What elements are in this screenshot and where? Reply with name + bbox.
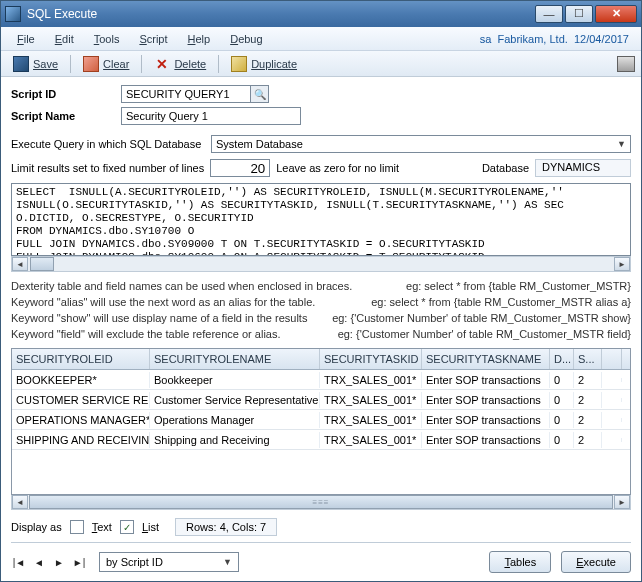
menu-script[interactable]: Script: [129, 30, 177, 48]
row-col-status: Rows: 4, Cols: 7: [175, 518, 277, 536]
display-list-checkbox[interactable]: ✓: [120, 520, 134, 534]
table-cell: OPERATIONS MANAGER*: [12, 412, 150, 428]
display-text-label: Text: [92, 521, 112, 533]
table-row[interactable]: BOOKKEEPER*BookkeeperTRX_SALES_001*Enter…: [12, 370, 630, 390]
x-icon: ✕: [154, 56, 170, 72]
execute-button[interactable]: Execute: [561, 551, 631, 573]
table-row[interactable]: SHIPPING AND RECEIVING*Shipping and Rece…: [12, 430, 630, 450]
display-row: Display as Text ✓ List Rows: 4, Cols: 7: [1, 510, 641, 540]
nav-prev-button[interactable]: ◄: [31, 554, 47, 570]
clear-button[interactable]: Clear: [77, 54, 135, 74]
col-header[interactable]: SECURITYTASKID: [320, 349, 422, 369]
menu-tools[interactable]: Tools: [84, 30, 130, 48]
scroll-right-arrow[interactable]: ►: [614, 257, 630, 271]
grid-h-scrollbar[interactable]: ◄ ≡≡≡ ►: [11, 495, 631, 510]
nav-row: |◄ ◄ ► ►| by Script ID ▼ Tables Execute: [1, 545, 641, 581]
divider: [11, 542, 631, 543]
scroll-thumb[interactable]: [30, 257, 54, 271]
chevron-down-icon: ▼: [617, 139, 626, 149]
company-name: Fabrikam, Ltd.: [498, 33, 568, 45]
save-button[interactable]: Save: [7, 54, 64, 74]
disk-icon: [13, 56, 29, 72]
hint-text: Keyword "field" will exclude the table r…: [11, 328, 281, 340]
form-area: Script ID 🔍 Script Name: [1, 77, 641, 131]
menubar: File Edit Tools Script Help Debug sa Fab…: [1, 27, 641, 51]
tables-button[interactable]: Tables: [489, 551, 551, 573]
col-header[interactable]: SECURITYROLENAME: [150, 349, 320, 369]
sort-select[interactable]: by Script ID ▼: [99, 552, 239, 572]
nav-first-button[interactable]: |◄: [11, 554, 27, 570]
table-cell: 0: [550, 372, 574, 388]
scroll-left-arrow[interactable]: ◄: [12, 495, 28, 509]
table-cell: SHIPPING AND RECEIVING*: [12, 432, 150, 448]
sql-textarea[interactable]: SELECT ISNULL(A.SECURITYROLEID,'') AS SE…: [11, 183, 631, 256]
table-cell: TRX_SALES_001*: [320, 412, 422, 428]
table-row[interactable]: CUSTOMER SERVICE REP*Customer Service Re…: [12, 390, 630, 410]
print-icon[interactable]: [617, 56, 635, 72]
col-header[interactable]: D...: [550, 349, 574, 369]
table-cell: Enter SOP transactions: [422, 372, 550, 388]
nav-last-button[interactable]: ►|: [71, 554, 87, 570]
menu-file[interactable]: File: [7, 30, 45, 48]
table-cell: Bookkeeper: [150, 372, 320, 388]
menu-edit[interactable]: Edit: [45, 30, 84, 48]
hint-example: eg: select * from {table RM_Customer_MST…: [406, 280, 631, 292]
close-button[interactable]: ✕: [595, 5, 637, 23]
sql-execute-window: SQL Execute — ☐ ✕ File Edit Tools Script…: [0, 0, 642, 582]
maximize-button[interactable]: ☐: [565, 5, 593, 23]
display-list-label: List: [142, 521, 159, 533]
table-cell: 0: [550, 412, 574, 428]
database-select-row: Execute Query in which SQL Database Syst…: [1, 131, 641, 157]
table-cell: 2: [574, 412, 602, 428]
table-cell: 0: [550, 392, 574, 408]
scroll-left-arrow[interactable]: ◄: [12, 257, 28, 271]
database-label: Database: [482, 162, 529, 174]
delete-button[interactable]: ✕ Delete: [148, 54, 212, 74]
script-name-input[interactable]: [121, 107, 301, 125]
database-select[interactable]: System Database ▼: [211, 135, 631, 153]
table-cell: Enter SOP transactions: [422, 392, 550, 408]
display-as-label: Display as: [11, 521, 62, 533]
user-info: sa Fabrikam, Ltd. 12/04/2017: [480, 33, 635, 45]
titlebar[interactable]: SQL Execute — ☐ ✕: [1, 1, 641, 27]
script-id-lookup-button[interactable]: 🔍: [251, 85, 269, 103]
duplicate-icon: [231, 56, 247, 72]
menu-debug[interactable]: Debug: [220, 30, 272, 48]
app-icon: [5, 6, 21, 22]
limit-row: Limit results set to fixed number of lin…: [1, 157, 641, 183]
hint-text: Keyword "show" will use display name of …: [11, 312, 307, 324]
table-row[interactable]: OPERATIONS MANAGER*Operations ManagerTRX…: [12, 410, 630, 430]
toolbar: Save Clear ✕ Delete Duplicate: [1, 51, 641, 77]
table-cell: TRX_SALES_001*: [320, 432, 422, 448]
duplicate-button[interactable]: Duplicate: [225, 54, 303, 74]
scroll-right-arrow[interactable]: ►: [614, 495, 630, 509]
chevron-down-icon: ▼: [223, 557, 232, 567]
nav-next-button[interactable]: ►: [51, 554, 67, 570]
minimize-button[interactable]: —: [535, 5, 563, 23]
table-cell: 0: [550, 432, 574, 448]
table-cell: Shipping and Receiving: [150, 432, 320, 448]
hint-text: Dexterity table and field names can be u…: [11, 280, 352, 292]
limit-zero-label: Leave as zero for no limit: [276, 162, 399, 174]
toolbar-separator: [218, 55, 219, 73]
limit-input[interactable]: [210, 159, 270, 177]
hint-text: Keyword "alias" will use the next word a…: [11, 296, 315, 308]
scroll-thumb[interactable]: ≡≡≡: [29, 495, 613, 509]
script-id-input[interactable]: [121, 85, 251, 103]
sql-h-scrollbar[interactable]: ◄ ►: [11, 256, 631, 272]
menu-help[interactable]: Help: [178, 30, 221, 48]
grid-empty-area: [12, 450, 630, 494]
database-value: DYNAMICS: [535, 159, 631, 177]
display-text-checkbox[interactable]: [70, 520, 84, 534]
login-date: 12/04/2017: [574, 33, 629, 45]
col-header[interactable]: S...: [574, 349, 602, 369]
col-header[interactable]: [602, 349, 622, 369]
hint-example: eg: select * from {table RM_Customer_MST…: [371, 296, 631, 308]
database-select-value: System Database: [216, 138, 303, 150]
col-header[interactable]: SECURITYTASKNAME: [422, 349, 550, 369]
table-cell: Enter SOP transactions: [422, 432, 550, 448]
window-title: SQL Execute: [27, 7, 535, 21]
table-cell: Customer Service Representative: [150, 392, 320, 408]
col-header[interactable]: SECURITYROLEID: [12, 349, 150, 369]
toolbar-separator: [70, 55, 71, 73]
